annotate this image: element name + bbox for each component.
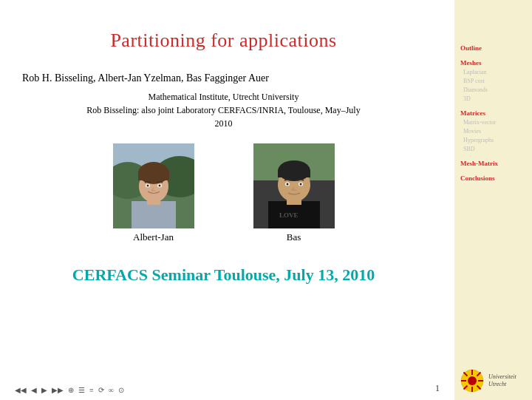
nav-icon-2[interactable]: ◀ [31, 386, 37, 394]
sidebar-item-hypergraphs[interactable]: Hypergraphs [460, 136, 526, 145]
sidebar-item-3d[interactable]: 3D [460, 95, 526, 104]
uu-logo [460, 369, 484, 393]
sidebar-matrices-header: Matrices [460, 109, 526, 117]
svg-rect-4 [132, 201, 176, 228]
nav-icon-8[interactable]: ⟳ [98, 386, 104, 394]
nav-icon-10[interactable]: ⊙ [118, 386, 124, 394]
sidebar-section-meshes: Meshes Laplacian BSP cost Diamonds 3D [460, 59, 526, 104]
sidebar: Outline Meshes Laplacian BSP cost Diamon… [454, 0, 532, 400]
affiliation-block: Mathematical Institute, Utrecht Universi… [86, 90, 360, 130]
photo-item-albert: Albert-Jan [113, 143, 194, 243]
nav-icon-5[interactable]: ⊕ [68, 386, 74, 394]
sidebar-outline-label: Outline [460, 44, 526, 52]
photo1-label: Albert-Jan [133, 231, 174, 243]
svg-point-11 [146, 185, 149, 187]
sidebar-item-matrixvector[interactable]: Matrix-vector [460, 118, 526, 127]
sidebar-meshes-header: Meshes [460, 59, 526, 67]
photos-row: Albert-Jan LOVE [113, 143, 335, 243]
sidebar-item-laplacian[interactable]: Laplacian [460, 68, 526, 77]
authors-text: Rob H. Bisseling, Albert-Jan Yzelman, Ba… [22, 72, 269, 84]
affiliation-year: 2010 [86, 117, 360, 130]
slide-container: Partitioning for applications Rob H. Bis… [0, 0, 532, 400]
nav-bar: ◀◀ ◀ ▶ ▶▶ ⊕ ☰ ≡ ⟳ ∞ ⊙ [15, 386, 454, 394]
sidebar-section-conclusions: Conclusions [460, 174, 526, 183]
seminar-text: CERFACS Seminar Toulouse, July 13, 2010 [72, 265, 375, 285]
svg-point-24 [299, 183, 301, 186]
svg-rect-20 [278, 170, 310, 177]
sidebar-section-meshmatrix: Mesh-Matrix [460, 160, 526, 169]
svg-point-26 [468, 376, 477, 385]
nav-icon-7: ≡ [89, 386, 94, 394]
logo-area: Universiteit Utrecht [460, 362, 526, 393]
nav-icon-3[interactable]: ▶ [41, 386, 47, 394]
slide-title: Partitioning for applications [110, 30, 336, 52]
nav-icon-4[interactable]: ▶▶ [52, 386, 64, 394]
photo-bas: LOVE [253, 143, 335, 228]
photo-item-bas: LOVE [253, 143, 335, 243]
affiliation-line1: Mathematical Institute, Utrecht Universi… [86, 90, 360, 104]
logo-text: Universiteit Utrecht [488, 373, 526, 389]
photo2-label: Bas [287, 231, 301, 243]
sidebar-item-movies[interactable]: Movies [460, 127, 526, 136]
page-number: 1 [435, 383, 440, 394]
sidebar-item-sbd[interactable]: SBD [460, 145, 526, 154]
nav-icon-9[interactable]: ∞ [109, 386, 114, 394]
sidebar-conclusions-header[interactable]: Conclusions [460, 174, 526, 182]
photo-albert [113, 143, 194, 228]
svg-text:LOVE: LOVE [279, 211, 299, 219]
svg-point-12 [158, 185, 160, 187]
sidebar-item-bspcost[interactable]: BSP cost [460, 77, 526, 86]
sidebar-item-diamonds[interactable]: Diamonds [460, 86, 526, 95]
svg-point-23 [286, 183, 288, 186]
affiliation-line2: Rob Bisseling: also joint Laboratory CER… [86, 104, 360, 117]
sidebar-meshmatrix-header[interactable]: Mesh-Matrix [460, 160, 526, 167]
nav-icon-6[interactable]: ☰ [78, 386, 85, 394]
nav-icon-1[interactable]: ◀◀ [15, 386, 27, 394]
sidebar-section-matrices: Matrices Matrix-vector Movies Hypergraph… [460, 109, 526, 154]
main-content: Partitioning for applications Rob H. Bis… [0, 0, 454, 400]
svg-rect-8 [138, 172, 169, 180]
